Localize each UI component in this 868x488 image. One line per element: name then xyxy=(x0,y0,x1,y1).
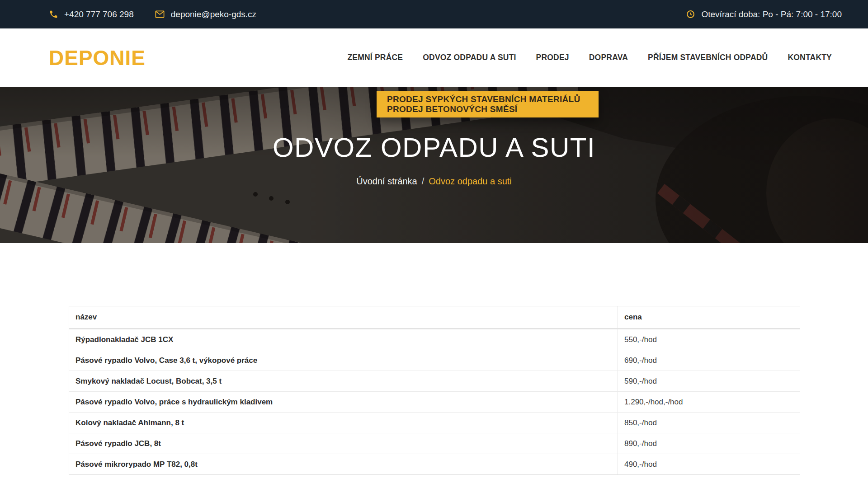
machine-price: 1.290,-/hod,-/hod xyxy=(618,392,800,412)
phone-icon xyxy=(49,9,58,19)
table-row: Pásové rypadlo JCB, 8t 890,-/hod xyxy=(69,433,800,454)
topbar-email: deponie@peko-gds.cz xyxy=(155,9,256,19)
main-nav: ZEMNÍ PRÁCE ODVOZ ODPADU A SUTI PRODEJ D… xyxy=(347,53,832,62)
machine-name: Kolový nakladač Ahlmann, 8 t xyxy=(69,413,618,433)
breadcrumb: Úvodní stránka/Odvoz odpadu a suti xyxy=(0,176,868,187)
breadcrumb-home-link[interactable]: Úvodní stránka xyxy=(356,176,417,186)
machine-name: Pásové rypadlo Volvo, Case 3,6 t, výkopo… xyxy=(69,350,618,371)
machine-name: Rýpadlonakladač JCB 1CX xyxy=(69,329,618,350)
table-row: Kolový nakladač Ahlmann, 8 t 850,-/hod xyxy=(69,412,800,433)
machine-price: 550,-/hod xyxy=(618,329,800,350)
table-row: Smykový nakladač Locust, Bobcat, 3,5 t 5… xyxy=(69,371,800,391)
topbar-phone: +420 777 706 298 xyxy=(49,9,134,19)
topbar-contact-group: +420 777 706 298 deponie@peko-gds.cz xyxy=(49,9,256,19)
machine-name: Pásové rypadlo Volvo, práce s hydraulick… xyxy=(69,392,618,412)
nav-item-prijem-odpadu[interactable]: PŘÍJEM STAVEBNÍCH ODPADŮ xyxy=(648,53,768,62)
site-header: DEPONIE ZEMNÍ PRÁCE ODVOZ ODPADU A SUTI … xyxy=(0,28,868,87)
machine-price: 850,-/hod xyxy=(618,413,800,433)
opening-hours-text: Otevírací doba: Po - Pá: 7:00 - 17:00 xyxy=(701,9,842,19)
email-link[interactable]: deponie@peko-gds.cz xyxy=(171,9,256,19)
machine-price: 690,-/hod xyxy=(618,350,800,371)
nav-item-odvoz-odpadu[interactable]: ODVOZ ODPADU A SUTI xyxy=(423,53,516,62)
nav-item-prodej[interactable]: PRODEJ xyxy=(536,53,569,62)
nav-item-zemni-prace[interactable]: ZEMNÍ PRÁCE xyxy=(347,53,403,62)
prodej-dropdown-menu: PRODEJ SYPKÝCH STAVEBNÍCH MATERIÁLŮ PROD… xyxy=(377,91,599,117)
dropdown-item-betonove-smesi[interactable]: PRODEJ BETONOVÝCH SMĚSÍ xyxy=(377,99,528,119)
table-row: Pásové rypadlo Volvo, práce s hydraulick… xyxy=(69,391,800,412)
table-row: Rýpadlonakladač JCB 1CX 550,-/hod xyxy=(69,329,800,350)
envelope-icon xyxy=(155,9,165,19)
nav-item-kontakty[interactable]: KONTAKTY xyxy=(788,53,832,62)
topbar-hours: Otevírací doba: Po - Pá: 7:00 - 17:00 xyxy=(686,9,842,19)
machine-name: Pásové rypadlo JCB, 8t xyxy=(69,433,618,454)
table-header-row: název cena xyxy=(69,306,800,329)
phone-link[interactable]: +420 777 706 298 xyxy=(64,9,134,19)
machine-price: 490,-/hod xyxy=(618,454,800,474)
table-row: Pásové rypadlo Volvo, Case 3,6 t, výkopo… xyxy=(69,350,800,371)
logo[interactable]: DEPONIE xyxy=(49,46,146,70)
clock-icon xyxy=(686,9,695,19)
column-header-nazev: název xyxy=(69,306,618,328)
breadcrumb-separator: / xyxy=(422,176,425,186)
column-header-cena: cena xyxy=(618,306,800,328)
machine-name: Smykový nakladač Locust, Bobcat, 3,5 t xyxy=(69,371,618,391)
page-title: ODVOZ ODPADU A SUTI xyxy=(0,132,868,163)
price-table: název cena Rýpadlonakladač JCB 1CX 550,-… xyxy=(69,306,800,475)
machine-price: 590,-/hod xyxy=(618,371,800,391)
machine-name: Pásové mikrorypado MP T82, 0,8t xyxy=(69,454,618,474)
breadcrumb-current-page: Odvoz odpadu a suti xyxy=(429,176,511,186)
machine-price: 890,-/hod xyxy=(618,433,800,454)
table-row: Pásové mikrorypado MP T82, 0,8t 490,-/ho… xyxy=(69,454,800,474)
topbar: +420 777 706 298 deponie@peko-gds.cz Ote… xyxy=(0,0,868,28)
nav-item-doprava[interactable]: DOPRAVA xyxy=(589,53,628,62)
